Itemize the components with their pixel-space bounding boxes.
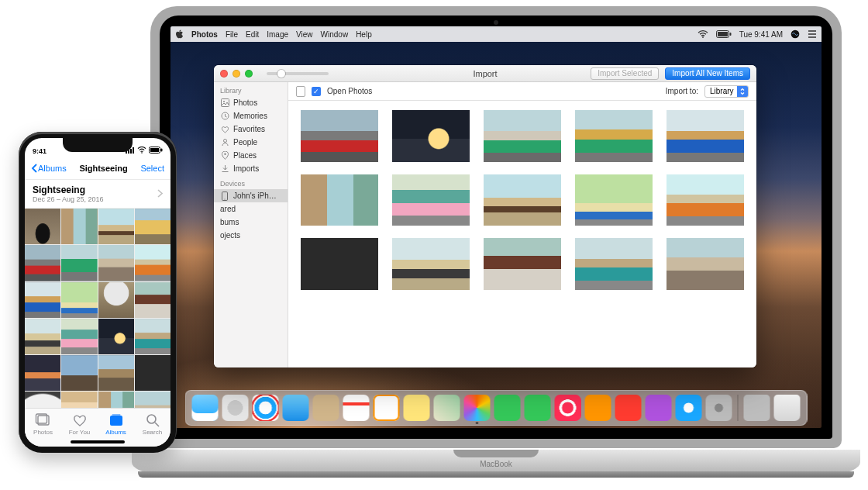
- import-thumbnail[interactable]: [392, 238, 470, 290]
- import-selected-button[interactable]: Import Selected: [591, 67, 659, 80]
- grid-cell[interactable]: [98, 282, 134, 318]
- grid-cell[interactable]: [135, 355, 170, 391]
- tab-albums[interactable]: Albums: [98, 409, 134, 440]
- menubar-clock[interactable]: Tue 9:41 AM: [739, 30, 783, 39]
- grid-cell[interactable]: [98, 355, 134, 391]
- sidebar-item-favorites[interactable]: Favorites: [214, 122, 288, 136]
- dock-books-icon[interactable]: [585, 395, 611, 421]
- close-icon[interactable]: [220, 70, 228, 78]
- dock-maps-icon[interactable]: [434, 395, 460, 421]
- album-header[interactable]: Sightseeing Dec 26 – Aug 25, 2016: [25, 180, 170, 209]
- menu-file[interactable]: File: [226, 30, 238, 39]
- tab-photos[interactable]: Photos: [25, 409, 61, 440]
- import-thumbnail[interactable]: [301, 110, 378, 162]
- menu-help[interactable]: Help: [356, 30, 372, 39]
- grid-cell[interactable]: [98, 209, 134, 244]
- grid-cell[interactable]: [25, 319, 60, 354]
- sidebar-item-device[interactable]: John's iPh…: [214, 189, 288, 202]
- menu-window[interactable]: Window: [321, 30, 349, 39]
- minimize-icon[interactable]: [232, 70, 240, 78]
- grid-cell[interactable]: [61, 282, 97, 318]
- open-photos-checkbox[interactable]: ✓: [312, 87, 321, 96]
- dock-contacts-icon[interactable]: [313, 395, 339, 421]
- dock-mail-icon[interactable]: [283, 395, 309, 421]
- dock-calendar-icon[interactable]: [343, 395, 370, 421]
- grid-cell[interactable]: [25, 355, 60, 391]
- import-all-button[interactable]: Import All New Items: [665, 67, 750, 80]
- dock-itunes-icon[interactable]: [555, 395, 581, 421]
- import-thumbnail[interactable]: [484, 110, 561, 162]
- import-thumbnail[interactable]: [666, 110, 744, 162]
- window-traffic-lights[interactable]: [214, 70, 253, 78]
- zoom-icon[interactable]: [245, 70, 253, 78]
- menubar-app-name[interactable]: Photos: [191, 30, 218, 39]
- dock-downloads-icon[interactable]: [744, 395, 770, 421]
- sidebar-item-people[interactable]: People: [214, 136, 288, 149]
- select-button[interactable]: Select: [140, 164, 164, 173]
- import-thumbnail[interactable]: [575, 238, 653, 290]
- dock-news-icon[interactable]: [615, 395, 642, 421]
- siri-icon[interactable]: [790, 29, 800, 39]
- grid-cell[interactable]: [98, 392, 134, 408]
- grid-cell[interactable]: [135, 319, 170, 354]
- sidebar-item-albums[interactable]: bums: [214, 216, 288, 229]
- tab-foryou[interactable]: For You: [61, 409, 98, 440]
- import-thumbnail[interactable]: [484, 174, 561, 226]
- dock-systemprefs-icon[interactable]: [706, 395, 732, 421]
- grid-cell[interactable]: [61, 392, 97, 408]
- import-thumbnail[interactable]: [484, 238, 561, 290]
- wifi-icon[interactable]: [698, 30, 708, 38]
- sidebar-item-projects[interactable]: ojects: [214, 229, 288, 242]
- sidebar-item-places[interactable]: Places: [214, 149, 288, 162]
- tab-search[interactable]: Search: [134, 409, 170, 440]
- grid-cell[interactable]: [25, 245, 60, 281]
- sidebar-item-imports[interactable]: Imports: [214, 162, 288, 175]
- import-thumbnail[interactable]: [301, 238, 378, 290]
- battery-icon[interactable]: [716, 30, 732, 38]
- grid-cell[interactable]: [61, 355, 97, 391]
- notification-center-icon[interactable]: [808, 30, 817, 38]
- menu-edit[interactable]: Edit: [246, 30, 259, 39]
- grid-cell[interactable]: [25, 282, 60, 318]
- sidebar-item-photos[interactable]: Photos: [214, 96, 288, 109]
- grid-cell[interactable]: [61, 209, 97, 244]
- person-icon: [220, 138, 229, 147]
- grid-cell[interactable]: [61, 319, 97, 354]
- dock-reminders-icon[interactable]: [374, 395, 400, 421]
- thumbnail-size-slider[interactable]: [267, 72, 329, 75]
- import-thumbnail[interactable]: [666, 174, 744, 226]
- grid-cell[interactable]: [61, 245, 97, 281]
- dock-facetime-icon[interactable]: [525, 395, 551, 421]
- import-thumbnail[interactable]: [575, 174, 653, 226]
- import-thumbnail[interactable]: [392, 110, 470, 162]
- grid-cell[interactable]: [135, 245, 170, 281]
- import-thumbnail[interactable]: [392, 174, 470, 226]
- import-thumbnail[interactable]: [666, 238, 744, 290]
- dock-appstore-icon[interactable]: [676, 395, 702, 421]
- grid-cell[interactable]: [25, 392, 60, 408]
- dock-safari-icon[interactable]: [253, 395, 279, 421]
- dock-podcasts-icon[interactable]: [646, 395, 672, 421]
- dock-finder-icon[interactable]: [192, 395, 219, 421]
- menu-image[interactable]: Image: [267, 30, 288, 39]
- grid-cell[interactable]: [135, 209, 170, 244]
- grid-cell[interactable]: [98, 319, 134, 354]
- import-thumbnail[interactable]: [301, 174, 378, 226]
- dock-notes-icon[interactable]: [404, 395, 430, 421]
- sidebar-item-shared[interactable]: ared: [214, 202, 288, 216]
- home-indicator[interactable]: [71, 440, 125, 443]
- menu-view[interactable]: View: [296, 30, 313, 39]
- dock-launchpad-icon[interactable]: [222, 395, 249, 421]
- photos-tab-icon: [35, 413, 52, 427]
- dock-messages-icon[interactable]: [494, 395, 521, 421]
- apple-menu-icon[interactable]: [175, 29, 184, 39]
- grid-cell[interactable]: [25, 209, 60, 244]
- sidebar-item-memories[interactable]: Memories: [214, 109, 288, 122]
- dock-photos-icon[interactable]: [464, 395, 491, 421]
- dock-trash-icon[interactable]: [774, 395, 801, 421]
- grid-cell[interactable]: [98, 245, 134, 281]
- back-button[interactable]: Albums: [31, 164, 67, 173]
- grid-cell[interactable]: [135, 282, 170, 318]
- import-thumbnail[interactable]: [575, 110, 653, 162]
- grid-cell[interactable]: [135, 392, 170, 408]
